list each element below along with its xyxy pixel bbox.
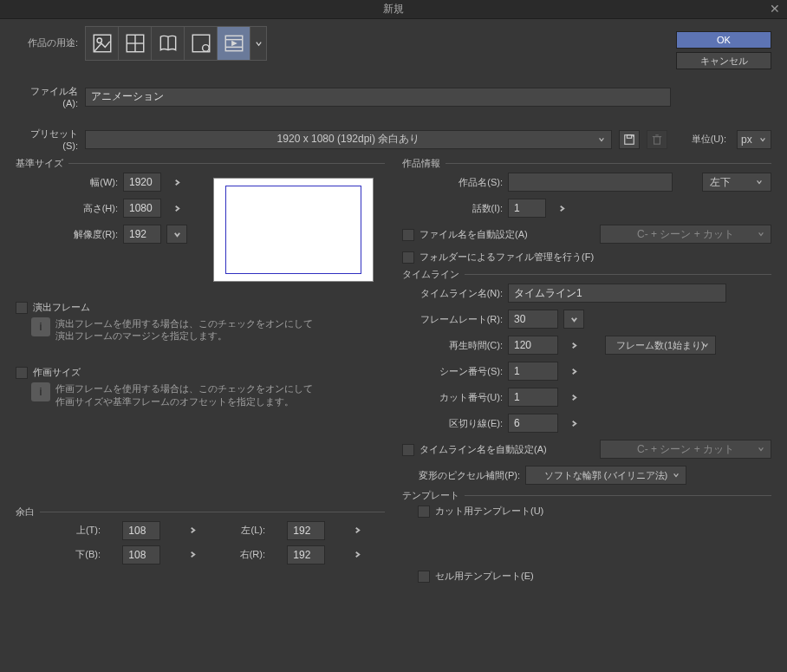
width-popup[interactable] — [166, 173, 187, 192]
svg-point-1 — [97, 38, 101, 42]
auto-timeline-format-value: C- + シーン + カット — [637, 442, 734, 457]
cel-template-label: セル用テンプレート(E) — [435, 570, 534, 583]
divider-input[interactable] — [508, 414, 558, 433]
timeline-name-input[interactable] — [508, 284, 726, 303]
direction-frame-checkbox[interactable] — [16, 302, 28, 314]
margin-bottom-input[interactable] — [122, 545, 160, 564]
folder-management-label: フォルダーによるファイル管理を行う(F) — [420, 251, 594, 264]
margin-right-input[interactable] — [287, 545, 325, 564]
ok-button[interactable]: OK — [676, 31, 771, 49]
margin-left-input[interactable] — [287, 521, 325, 540]
chevron-down-icon — [758, 136, 767, 143]
filename-input[interactable] — [85, 88, 671, 107]
drawing-size-label: 作画サイズ — [33, 366, 81, 379]
unit-select[interactable]: px — [737, 130, 771, 149]
auto-filename-checkbox[interactable] — [402, 229, 414, 241]
direction-info: 演出フレームを使用する場合は、このチェックをオンにして 演出フレームのマージンを… — [55, 317, 313, 342]
scene-popup[interactable] — [563, 362, 584, 381]
drawing-size-checkbox[interactable] — [16, 367, 28, 379]
drawing-info: 作画フレームを使用する場合は、このチェックをオンにして 作画サイズや基準フレーム… — [55, 382, 313, 407]
auto-filename-label: ファイル名を自動設定(A) — [420, 228, 528, 241]
duration-popup[interactable] — [563, 336, 584, 355]
info-icon: i — [31, 382, 50, 401]
margin-top-input[interactable] — [122, 521, 160, 540]
work-name-position-value: 左下 — [710, 175, 731, 190]
timeline-title: タイムライン — [402, 268, 465, 281]
purpose-label: 作品の用途: — [16, 26, 78, 49]
fps-input[interactable] — [508, 310, 558, 329]
svg-marker-11 — [231, 42, 235, 45]
divider-popup[interactable] — [563, 414, 584, 433]
direction-frame-label: 演出フレーム — [33, 301, 90, 314]
purpose-book[interactable] — [152, 27, 185, 60]
frame-mode-select[interactable]: フレーム数(1始まり) — [605, 336, 716, 355]
purpose-comic[interactable] — [119, 27, 152, 60]
fps-dropdown[interactable] — [563, 310, 584, 329]
cancel-button[interactable]: キャンセル — [676, 52, 771, 69]
width-input[interactable] — [123, 173, 161, 192]
scene-input[interactable] — [508, 362, 558, 381]
auto-filename-format-value: C- + シーン + カット — [637, 227, 734, 242]
dpi-input[interactable] — [123, 225, 161, 244]
episode-input[interactable] — [508, 199, 546, 218]
close-icon[interactable]: ✕ — [768, 2, 782, 16]
dialog-title: 新規 — [383, 2, 404, 16]
auto-filename-format-select[interactable]: C- + シーン + カット — [600, 225, 771, 244]
episode-label: 話数(I): — [402, 202, 503, 215]
save-preset-button[interactable] — [619, 130, 640, 149]
interpolation-select[interactable]: ソフトな輪郭 (バイリニア法) — [525, 466, 686, 485]
work-name-label: 作品名(S): — [402, 176, 503, 189]
margin-right-popup[interactable] — [348, 545, 368, 564]
duration-input[interactable] — [508, 336, 558, 355]
preset-value: 1920 x 1080 (192dpi) 余白あり — [277, 132, 420, 147]
work-name-input[interactable] — [508, 173, 673, 192]
chevron-down-icon — [701, 339, 710, 351]
svg-point-7 — [202, 45, 209, 52]
cut-label: カット番号(U): — [402, 391, 503, 404]
margin-left-label: 左(L): — [225, 524, 265, 537]
preset-select[interactable]: 1920 x 1080 (192dpi) 余白あり — [85, 130, 612, 149]
height-popup[interactable] — [166, 199, 187, 218]
chevron-down-icon — [757, 228, 765, 240]
unit-label: 単位(U): — [692, 133, 726, 146]
cut-template-label: カット用テンプレート(U) — [435, 505, 543, 518]
purpose-illustration[interactable] — [86, 27, 119, 60]
auto-timeline-name-checkbox[interactable] — [402, 444, 414, 456]
margin-bottom-label: 下(B): — [61, 548, 101, 561]
margin-right-label: 右(R): — [225, 548, 265, 561]
duration-label: 再生時間(C): — [402, 339, 503, 352]
folder-management-checkbox[interactable] — [402, 251, 414, 264]
svg-rect-14 — [654, 136, 660, 144]
cel-template-checkbox[interactable] — [418, 571, 430, 583]
cut-popup[interactable] — [563, 388, 584, 407]
auto-timeline-name-label: タイムライン名を自動設定(A) — [420, 443, 547, 456]
auto-timeline-format-select[interactable]: C- + シーン + カット — [600, 440, 771, 459]
canvas-preview — [213, 178, 374, 282]
chevron-down-icon — [672, 469, 680, 481]
delete-preset-button — [647, 130, 667, 149]
base-size-title: 基準サイズ — [16, 157, 68, 170]
episode-popup[interactable] — [551, 199, 572, 218]
fps-label: フレームレート(R): — [402, 313, 503, 326]
info-icon: i — [31, 317, 50, 336]
interpolation-label: 変形のピクセル補間(P): — [402, 469, 520, 482]
height-input[interactable] — [123, 199, 161, 218]
cut-template-checkbox[interactable] — [418, 506, 430, 518]
work-name-position-select[interactable]: 左下 — [702, 173, 771, 192]
purpose-dropdown[interactable] — [250, 27, 266, 60]
chevron-down-icon — [597, 134, 606, 146]
margin-top-popup[interactable] — [183, 521, 204, 540]
chevron-down-icon — [755, 179, 764, 186]
margin-bottom-popup[interactable] — [183, 545, 204, 564]
purpose-toolbar — [85, 26, 267, 61]
purpose-print[interactable] — [185, 27, 218, 60]
filename-label: ファイル名(A): — [16, 85, 78, 108]
cut-input[interactable] — [508, 388, 558, 407]
margin-left-popup[interactable] — [348, 521, 368, 540]
frame-mode-value: フレーム数(1始まり) — [616, 339, 704, 352]
interpolation-value: ソフトな輪郭 (バイリニア法) — [544, 469, 667, 482]
margin-top-label: 上(T): — [61, 524, 101, 537]
dpi-dropdown[interactable] — [166, 225, 187, 244]
purpose-animation[interactable] — [218, 27, 250, 60]
svg-rect-13 — [627, 134, 631, 138]
